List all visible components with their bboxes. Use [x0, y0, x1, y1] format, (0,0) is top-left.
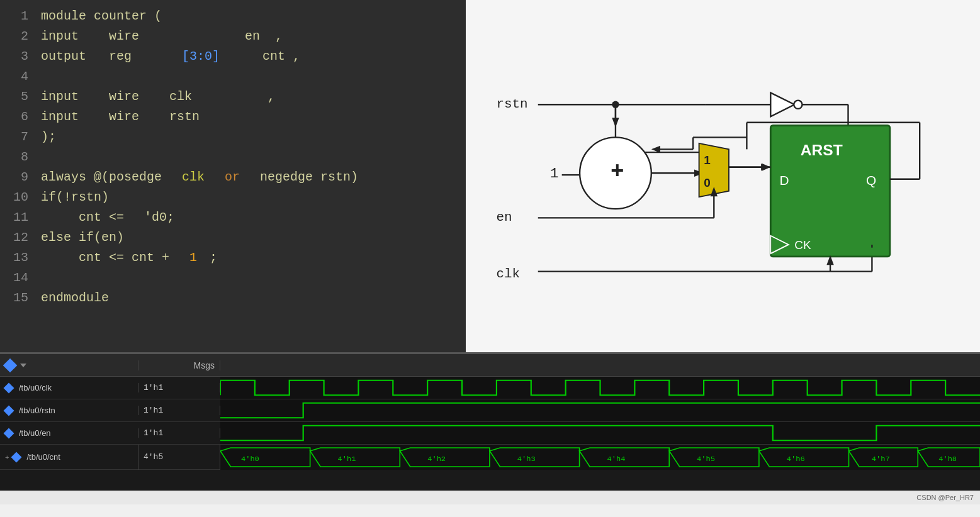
svg-text:4'h3: 4'h3 — [517, 455, 536, 462]
top-section: 1 module counter ( 2 input wire en , 3 o… — [0, 0, 980, 352]
code-line-2: 2 input wire en , — [9, 26, 456, 47]
en-label: en — [496, 210, 512, 225]
code-line-11: 11 cnt <= 'd0; — [9, 208, 456, 228]
waveform-header: Msgs — [0, 354, 980, 377]
svg-point-9 — [794, 101, 802, 109]
waveform-row-cnt: + /tb/u0/cnt 4'h5 4'h0 4'h1 — [0, 445, 980, 470]
rstn-label: rstn — [496, 97, 527, 111]
waveform-row-clk: /tb/u0/clk 1'h1 — [0, 377, 980, 399]
clk-label: clk — [496, 267, 520, 281]
code-line-10: 10 if(!rstn) — [9, 187, 456, 208]
waveform-msgs-header: Msgs — [138, 360, 220, 370]
code-line-1: 1 module counter ( — [9, 6, 456, 26]
code-line-4: 4 — [9, 67, 456, 87]
code-line-8: 8 — [9, 147, 456, 167]
signal-wave-cnt: 4'h0 4'h1 4'h2 4'h3 4'h4 4'h5 4'h6 — [220, 445, 980, 470]
signal-value-rstn: 1'h1 — [138, 406, 220, 415]
waveform-icon — [3, 358, 18, 372]
footer-bar: CSDN @Per_HR7 — [0, 491, 980, 504]
signal-wave-clk — [220, 377, 980, 399]
circuit-diagram: rstn en clk — [478, 13, 967, 340]
code-content: 1 module counter ( 2 input wire en , 3 o… — [9, 6, 456, 308]
signal-label-rstn: /tb/u0/rstn — [0, 406, 138, 415]
code-line-15: 15 endmodule — [9, 288, 456, 308]
code-line-9: 9 always @(posedge clk or negedge rstn) — [9, 167, 456, 187]
code-line-13: 13 cnt <= cnt + 1; — [9, 248, 456, 268]
signal-value-en: 1'h1 — [138, 428, 220, 438]
signal-value-clk: 1'h1 — [138, 383, 220, 392]
svg-text:4'h5: 4'h5 — [697, 455, 715, 462]
signal-icon-cnt — [11, 452, 22, 462]
circuit-panel: rstn en clk — [466, 0, 980, 352]
signal-value-cnt: 4'h5 — [138, 445, 220, 470]
svg-text:4'h1: 4'h1 — [338, 455, 356, 462]
svg-text:1: 1 — [550, 165, 559, 182]
svg-text:CK: CK — [794, 238, 811, 252]
svg-text:4'h7: 4'h7 — [872, 455, 890, 462]
svg-marker-48 — [20, 364, 26, 367]
waveform-rows: /tb/u0/clk 1'h1 /tb/u0/rstn 1'h1 — [0, 377, 980, 491]
code-panel: 1 module counter ( 2 input wire en , 3 o… — [0, 0, 466, 352]
expand-icon[interactable]: + — [5, 453, 9, 461]
dropdown-arrow-icon[interactable] — [19, 361, 28, 370]
svg-text:4'h8: 4'h8 — [938, 455, 957, 462]
signal-label-cnt: + /tb/u0/cnt — [0, 445, 138, 470]
waveform-viewer: Msgs /tb/u0/clk 1'h1 — [0, 352, 980, 491]
signal-icon-rstn — [4, 405, 14, 416]
signal-icon-clk — [4, 382, 14, 393]
waveform-header-left — [0, 360, 138, 370]
svg-text:1: 1 — [704, 153, 711, 167]
code-line-3: 3 output reg [3:0] cnt , — [9, 47, 456, 67]
svg-text:+: + — [611, 157, 624, 183]
svg-text:ARST: ARST — [801, 142, 843, 158]
signal-wave-rstn — [220, 399, 980, 421]
svg-text:4'h4: 4'h4 — [607, 455, 625, 462]
footer-credit: CSDN @Per_HR7 — [916, 494, 974, 501]
svg-text:Q: Q — [866, 173, 876, 187]
svg-text:4'h2: 4'h2 — [427, 455, 446, 462]
waveform-row-en: /tb/u0/en 1'h1 — [0, 422, 980, 445]
signal-icon-en — [4, 428, 14, 438]
signal-label-en: /tb/u0/en — [0, 428, 138, 438]
main-container: 1 module counter ( 2 input wire en , 3 o… — [0, 0, 980, 517]
code-line-7: 7 ); — [9, 127, 456, 147]
svg-text:4'h6: 4'h6 — [787, 455, 805, 462]
code-line-12: 12 else if(en) — [9, 228, 456, 248]
svg-rect-52 — [220, 445, 980, 470]
code-line-5: 5 input wire clk , — [9, 87, 456, 107]
svg-text:D: D — [780, 173, 789, 187]
signal-wave-en — [220, 422, 980, 444]
code-line-6: 6 input wire rstn — [9, 107, 456, 127]
signal-label-clk: /tb/u0/clk — [0, 383, 138, 392]
code-line-14: 14 — [9, 268, 456, 288]
waveform-row-rstn: /tb/u0/rstn 1'h1 — [0, 399, 980, 422]
svg-text:0: 0 — [704, 176, 711, 189]
svg-text:4'h0: 4'h0 — [241, 455, 259, 462]
